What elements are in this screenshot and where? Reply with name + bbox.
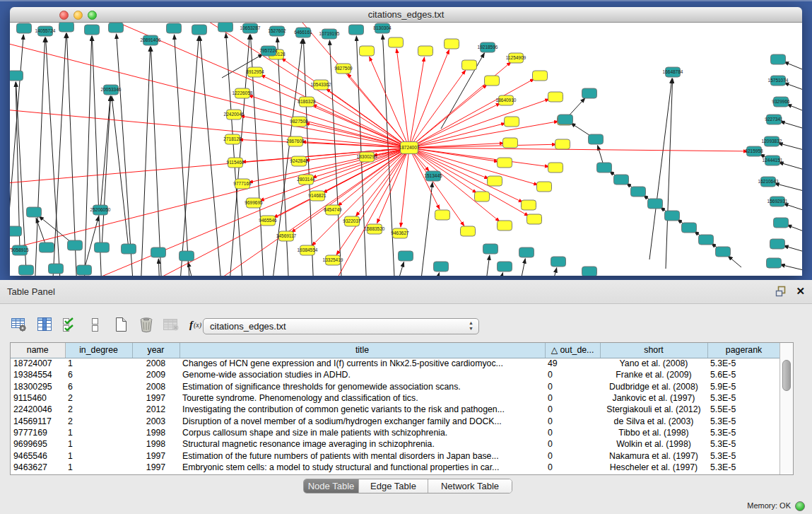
cell-pagerank[interactable]: 5.3E-5: [707, 450, 780, 461]
cell-short[interactable]: Stergiakouli et al. (2012): [600, 404, 707, 415]
table-row[interactable]: 946362711997Embryonic stem cells: a mode…: [11, 462, 780, 473]
cell-pagerank[interactable]: 5.3E-5: [707, 427, 780, 438]
yellow-node[interactable]: [461, 226, 476, 236]
tab-node-table[interactable]: Node Table: [304, 479, 359, 493]
cell-name[interactable]: 22420046: [11, 404, 65, 415]
teal-node[interactable]: [77, 265, 92, 275]
cell-out_degree[interactable]: 0: [545, 381, 600, 392]
teal-node[interactable]: [167, 23, 182, 33]
cell-short[interactable]: Dudbridge et al. (2008): [600, 381, 707, 392]
teal-node[interactable]: [399, 251, 413, 261]
teal-node[interactable]: [519, 247, 534, 257]
teal-node[interactable]: [109, 23, 124, 33]
cell-short[interactable]: Franke et al. (2009): [600, 369, 707, 380]
cell-title[interactable]: Disruption of a novel member of a sodium…: [180, 415, 545, 426]
cell-short[interactable]: de Silva et al. (2003): [600, 415, 707, 426]
teal-node[interactable]: [483, 244, 498, 254]
cell-name[interactable]: 19384554: [11, 369, 65, 380]
table-selector-dropdown[interactable]: citations_edges.txt ▲▼: [203, 318, 479, 334]
cell-name[interactable]: 14569117: [11, 415, 65, 426]
cell-in_degree[interactable]: 1: [65, 358, 132, 369]
teal-node[interactable]: [17, 23, 32, 33]
cell-pagerank[interactable]: 5.3E-5: [707, 415, 780, 426]
cell-year[interactable]: 2008: [132, 381, 180, 392]
cell-year[interactable]: 2008: [132, 358, 180, 369]
network-canvas[interactable]: 8660128891295412226058224200462718128911…: [10, 23, 802, 276]
teal-node[interactable]: [151, 247, 166, 257]
cell-out_degree[interactable]: 0: [545, 415, 600, 426]
cell-year[interactable]: 2012: [132, 404, 180, 415]
column-header-pagerank[interactable]: pagerank: [707, 343, 780, 358]
yellow-node[interactable]: [462, 60, 477, 70]
teal-node[interactable]: [774, 218, 789, 228]
teal-node[interactable]: [597, 163, 612, 173]
cell-title[interactable]: Corpus callosum shape and size in male p…: [180, 427, 545, 438]
delete-table-button-disabled[interactable]: [161, 314, 182, 335]
teal-node[interactable]: [498, 262, 512, 271]
cell-short[interactable]: Wolkin et al. (1998): [600, 438, 707, 450]
yellow-node[interactable]: [505, 117, 519, 127]
cell-pagerank[interactable]: 5.5E-5: [707, 404, 780, 415]
table-row[interactable]: 2242004622012Investigating the contribut…: [11, 404, 780, 415]
cell-name[interactable]: 18300295: [11, 381, 65, 392]
cell-in_degree[interactable]: 1: [65, 450, 132, 461]
cell-in_degree[interactable]: 2: [65, 415, 132, 426]
yellow-node[interactable]: [488, 176, 502, 186]
cell-in_degree[interactable]: 6: [65, 369, 132, 380]
cell-name[interactable]: 18724007: [11, 358, 65, 369]
cell-pagerank[interactable]: 5.3E-5: [707, 358, 780, 369]
cell-year[interactable]: 1997: [132, 462, 180, 473]
column-header-short[interactable]: short: [600, 343, 707, 358]
table-row[interactable]: 969969511998Structural magnetic resonanc…: [11, 438, 780, 450]
cell-in_degree[interactable]: 2: [65, 392, 132, 404]
teal-node[interactable]: [85, 25, 100, 35]
cell-pagerank[interactable]: 5.6E-5: [707, 369, 780, 380]
select-all-button[interactable]: [59, 314, 81, 335]
scrollbar-thumb[interactable]: [782, 360, 791, 391]
teal-node[interactable]: [699, 235, 714, 245]
teal-node[interactable]: [95, 243, 110, 252]
cell-out_degree[interactable]: 0: [545, 462, 600, 473]
table-row[interactable]: 977716911998Corpus callosum shape and si…: [11, 427, 780, 438]
cell-title[interactable]: Embryonic stem cells: a model to study s…: [180, 462, 545, 473]
teal-node[interactable]: [218, 23, 233, 32]
cell-title[interactable]: Investigating the contribution of common…: [180, 404, 545, 415]
cell-name[interactable]: 9699695: [11, 438, 65, 450]
cell-short[interactable]: Tibbo et al. (1998): [600, 427, 707, 438]
cell-out_degree[interactable]: 0: [545, 392, 600, 404]
float-panel-icon[interactable]: [775, 286, 787, 297]
teal-node[interactable]: [648, 199, 663, 209]
cell-short[interactable]: Nakamura et al. (1997): [600, 450, 707, 461]
cell-title[interactable]: Estimation of the future numbers of pati…: [180, 450, 545, 461]
cell-pagerank[interactable]: 5.3E-5: [707, 392, 780, 404]
yellow-node[interactable]: [485, 76, 500, 86]
yellow-node[interactable]: [445, 39, 459, 49]
teal-node[interactable]: [10, 226, 22, 236]
teal-node[interactable]: [767, 258, 782, 268]
yellow-node[interactable]: [498, 221, 512, 230]
cell-out_degree[interactable]: 49: [545, 358, 600, 369]
cell-name[interactable]: 9115460: [11, 392, 65, 404]
cell-short[interactable]: Hescheler et al. (1997): [600, 462, 707, 473]
cell-name[interactable]: 9463627: [11, 462, 65, 473]
teal-node[interactable]: [716, 247, 731, 257]
column-header-in_degree[interactable]: in_degree: [65, 343, 132, 358]
table-mode-button[interactable]: [8, 314, 30, 335]
yellow-node[interactable]: [537, 182, 552, 192]
teal-node[interactable]: [771, 54, 786, 64]
cell-year[interactable]: 2003: [132, 415, 180, 426]
cell-pagerank[interactable]: 5.9E-5: [707, 381, 780, 392]
tab-edge-table[interactable]: Edge Table: [359, 479, 428, 493]
yellow-node[interactable]: [418, 46, 433, 56]
teal-node[interactable]: [631, 187, 646, 197]
cell-pagerank[interactable]: 5.3E-5: [707, 438, 780, 450]
teal-node[interactable]: [614, 175, 629, 185]
close-panel-icon[interactable]: ✕: [796, 286, 805, 297]
cell-name[interactable]: 9777169: [11, 427, 65, 438]
teal-node[interactable]: [192, 25, 207, 35]
teal-node[interactable]: [49, 264, 64, 274]
memory-status-indicator[interactable]: [795, 501, 805, 511]
cell-title[interactable]: Genome-wide association studies in ADHD.: [180, 369, 545, 380]
cell-title[interactable]: Changes of HCN gene expression and I(f) …: [180, 358, 545, 369]
teal-node[interactable]: [59, 23, 74, 32]
